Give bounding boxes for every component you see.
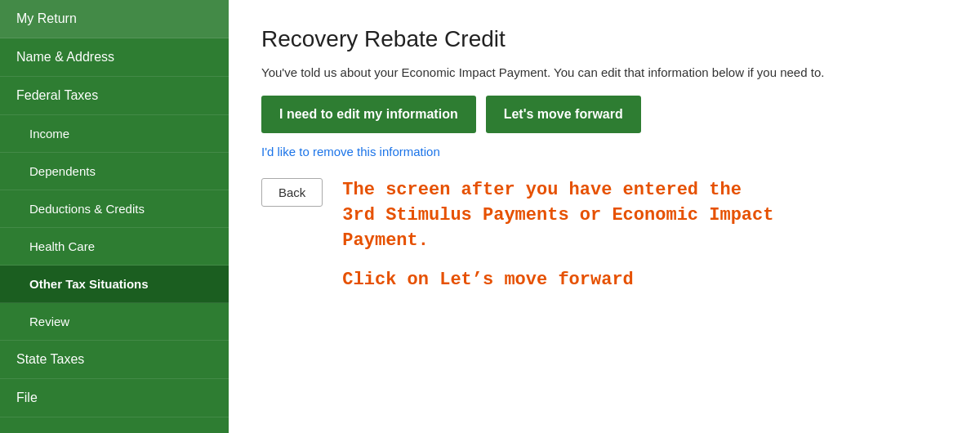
annotation-line3: Payment. xyxy=(342,230,429,251)
sidebar-item-deductions-credits[interactable]: Deductions & Credits xyxy=(0,190,229,228)
sidebar: My ReturnName & AddressFederal TaxesInco… xyxy=(0,0,229,433)
sidebar-item-dependents[interactable]: Dependents xyxy=(0,153,229,190)
move-forward-button[interactable]: Let's move forward xyxy=(486,96,641,133)
back-row: Back The screen after you have entered t… xyxy=(261,178,947,290)
sidebar-item-my-return[interactable]: My Return xyxy=(0,0,229,38)
page-title: Recovery Rebate Credit xyxy=(261,26,947,52)
annotation-line1: The screen after you have entered the xyxy=(342,180,741,200)
sidebar-item-state-taxes[interactable]: State Taxes xyxy=(0,341,229,379)
sidebar-item-file[interactable]: File xyxy=(0,379,229,417)
annotation-text: The screen after you have entered the 3r… xyxy=(342,178,773,290)
sidebar-item-name-address[interactable]: Name & Address xyxy=(0,38,229,77)
sidebar-item-review[interactable]: Review xyxy=(0,303,229,341)
remove-info-link[interactable]: I'd like to remove this information xyxy=(261,145,947,158)
sidebar-item-federal-taxes[interactable]: Federal Taxes xyxy=(0,77,229,115)
sidebar-item-other-tax-situations[interactable]: Other Tax Situations xyxy=(0,266,229,303)
annotation-line2: 3rd Stimulus Payments or Economic Impact xyxy=(342,205,773,225)
sidebar-item-income[interactable]: Income xyxy=(0,115,229,153)
sidebar-item-health-care[interactable]: Health Care xyxy=(0,228,229,266)
main-content: Recovery Rebate Credit You've told us ab… xyxy=(229,0,980,433)
page-subtitle: You've told us about your Economic Impac… xyxy=(261,65,947,79)
annotation-cta: Click on Let’s move forward xyxy=(342,270,773,290)
back-button[interactable]: Back xyxy=(261,178,323,207)
edit-info-button[interactable]: I need to edit my information xyxy=(261,96,476,133)
action-buttons: I need to edit my information Let's move… xyxy=(261,96,947,133)
